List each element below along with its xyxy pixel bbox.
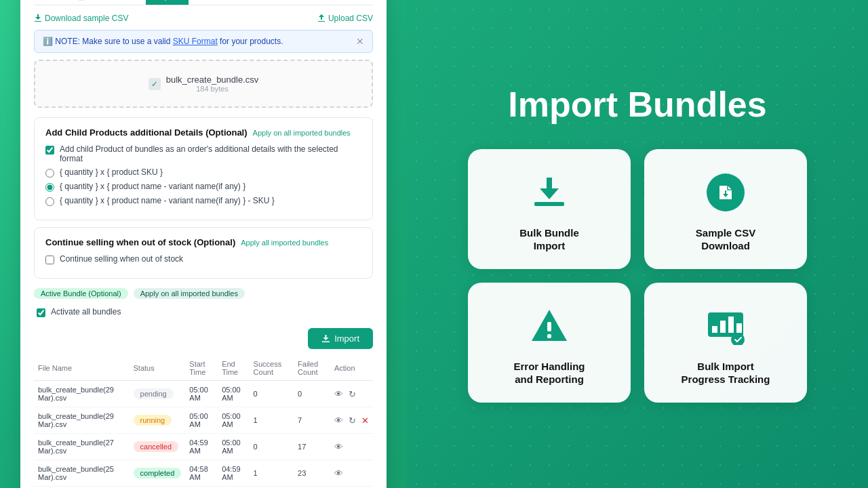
cell-failed: 17: [294, 434, 330, 460]
cancel-action[interactable]: ✕: [361, 415, 369, 426]
feature-grid: Bulk BundleImport Sample CSVDownload Err…: [468, 149, 807, 403]
error-handling-icon: [525, 302, 574, 350]
child-products-checkbox-row: Add child Product of bundles as an order…: [45, 144, 361, 163]
cell-failed: 0: [294, 381, 330, 407]
cell-status: running: [130, 407, 186, 434]
notice-bar: ℹ️ NOTE: Make sure to use a valid SKU Fo…: [34, 30, 373, 53]
continue-selling-section: Continue selling when out of stock (Opti…: [34, 227, 373, 279]
bulk-bundle-import-label: Bulk BundleImport: [519, 226, 579, 253]
cell-status: pending: [130, 381, 186, 407]
cell-end: 05:00 AM: [218, 434, 249, 460]
option-sku-radio[interactable]: [45, 169, 54, 178]
col-failed: Failed Count: [294, 356, 330, 381]
cell-filename: bulk_create_bundle(25 Mar).csv: [34, 460, 130, 487]
tabs-bar: List 4 Create Import Review About: [34, 0, 373, 5]
cell-start: 04:59 AM: [185, 434, 218, 460]
download-csv-link[interactable]: Download sample CSV: [34, 14, 128, 23]
main-title: Import Bundles: [508, 85, 766, 124]
activate-all-checkbox[interactable]: [37, 308, 45, 317]
upload-csv-link[interactable]: Upload CSV: [317, 14, 373, 23]
col-end: End Time: [218, 356, 249, 381]
col-start: Start Time: [185, 356, 218, 381]
view-action[interactable]: 👁: [334, 468, 343, 479]
cell-failed: 23: [294, 460, 330, 487]
svg-rect-8: [736, 323, 742, 333]
cell-action: 👁: [330, 434, 373, 460]
svg-rect-5: [712, 326, 717, 333]
app-card: Bundle > Import List 4 Create Import Rev…: [20, 0, 387, 488]
tab-about[interactable]: About: [240, 0, 281, 5]
cell-filename: bulk_create_bundle(29 Mar).csv: [34, 381, 130, 407]
import-table: File Name Status Start Time End Time Suc…: [34, 356, 373, 488]
table-row: bulk_create_bundle(29 Mar).csv running 0…: [34, 407, 373, 434]
cell-end: 05:00 AM: [218, 381, 249, 407]
right-panel: Import Bundles Bulk BundleImport Sample …: [407, 0, 868, 488]
child-products-checkbox[interactable]: [45, 146, 54, 155]
import-button[interactable]: Import: [308, 328, 373, 349]
option-name-row: { quantity } x { product name - variant …: [45, 182, 361, 192]
cell-success: 1: [250, 460, 294, 487]
tab-create[interactable]: Create: [99, 0, 143, 5]
activate-all-row: Activate all bundles: [34, 307, 373, 317]
cell-status: completed: [130, 460, 186, 487]
cell-success: 0: [250, 381, 294, 407]
upload-zone[interactable]: ✓ bulk_create_bundle.csv 184 bytes: [34, 60, 373, 108]
table-row: bulk_create_bundle(27 Mar).csv cancelled…: [34, 434, 373, 460]
continue-selling-checkbox[interactable]: [45, 256, 54, 264]
apply-child-products-link[interactable]: Apply on all imported bundles: [253, 129, 351, 137]
cell-action: 👁↻: [330, 381, 373, 407]
svg-rect-3: [547, 334, 551, 338]
feature-card-sample-csv-download: Sample CSVDownload: [644, 149, 807, 269]
continue-selling-checkbox-row: Continue selling when out of stock: [45, 254, 361, 264]
bulk-import-progress-label: Bulk ImportProgress Tracking: [682, 360, 770, 386]
feature-card-error-handling: Error Handlingand Reporting: [468, 283, 631, 403]
tab-import[interactable]: Import: [146, 0, 189, 5]
sku-format-link[interactable]: SKU Format: [173, 37, 218, 46]
cell-filename: bulk_create_bundle(29 Mar).csv: [34, 407, 130, 434]
option-name-radio[interactable]: [45, 183, 54, 192]
toolbar: Download sample CSV Upload CSV: [34, 14, 373, 23]
col-success: Success Count: [250, 356, 294, 381]
cell-start: 05:00 AM: [185, 381, 218, 407]
svg-rect-6: [720, 321, 726, 333]
cell-success: 0: [250, 434, 294, 460]
left-panel: Bundle > Import List 4 Create Import Rev…: [0, 0, 407, 488]
view-action[interactable]: 👁: [334, 442, 343, 452]
active-bundle-section: Active Bundle (Optional) Apply on all im…: [34, 285, 373, 302]
refresh-action[interactable]: ↻: [349, 389, 356, 399]
tab-list[interactable]: List 4: [47, 0, 96, 5]
option-sku-row: { quantity } x { product SKU }: [45, 167, 361, 178]
table-row: bulk_create_bundle(25 Mar).csv completed…: [34, 460, 373, 487]
import-btn-row: Import: [34, 324, 373, 356]
col-status: Status: [130, 356, 186, 381]
cell-filename: bulk_create_bundle(27 Mar).csv: [34, 434, 130, 460]
view-action[interactable]: 👁: [334, 415, 343, 426]
feature-card-bulk-bundle-import: Bulk BundleImport: [468, 149, 631, 269]
refresh-action[interactable]: ↻: [349, 415, 356, 426]
child-products-section: Add Child Products additional Details (O…: [34, 117, 373, 220]
tab-review[interactable]: Review: [191, 0, 238, 5]
cell-status: cancelled: [130, 434, 186, 460]
cell-start: 05:00 AM: [185, 407, 218, 434]
cell-start: 04:58 AM: [185, 460, 218, 487]
svg-rect-7: [728, 317, 734, 333]
cell-end: 04:59 AM: [218, 460, 249, 487]
view-action[interactable]: 👁: [334, 389, 343, 399]
sample-csv-download-icon: [701, 168, 750, 217]
bulk-bundle-import-icon: [525, 168, 574, 217]
svg-rect-2: [547, 322, 551, 331]
option-name-sku-radio[interactable]: [45, 197, 54, 206]
cell-success: 1: [250, 407, 294, 434]
option-name-sku-row: { quantity } x { product name - variant …: [45, 196, 361, 206]
cell-end: 05:00 AM: [218, 407, 249, 434]
file-check-icon: ✓: [149, 78, 161, 90]
col-filename: File Name: [34, 356, 130, 381]
svg-rect-0: [534, 202, 564, 206]
table-row: bulk_create_bundle(29 Mar).csv pending 0…: [34, 381, 373, 407]
cell-action: 👁: [330, 460, 373, 487]
notice-close-button[interactable]: ✕: [356, 36, 364, 47]
feature-card-bulk-import-progress: Bulk ImportProgress Tracking: [644, 283, 807, 403]
apply-continue-selling-link[interactable]: Apply all imported bundles: [241, 239, 328, 247]
apply-active-bundle-button[interactable]: Apply on all imported bundles: [134, 288, 245, 299]
error-handling-label: Error Handlingand Reporting: [513, 360, 585, 386]
